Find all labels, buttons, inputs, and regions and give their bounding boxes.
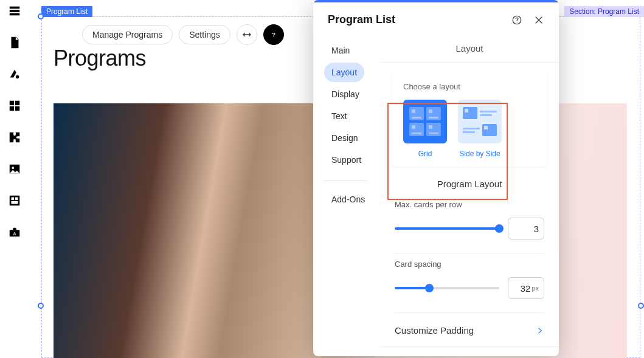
layout-option-side-by-side[interactable]: Side by Side (458, 100, 502, 158)
resize-handle-top-left[interactable] (38, 13, 44, 19)
editor-icon-sidebar: A (0, 0, 29, 358)
panel-close-icon[interactable] (533, 15, 544, 26)
card-spacing-control: Card spacing 32px (380, 253, 559, 299)
choose-layout-card: Choose a layout Grid (392, 72, 547, 167)
section-tag[interactable]: Section: Program List (564, 6, 644, 17)
choose-layout-label: Choose a layout (403, 82, 536, 91)
section-header-layout: Layout (380, 35, 559, 63)
panel-nav: Main Layout Display Text Design Support … (313, 35, 380, 354)
nav-design[interactable]: Design (324, 128, 365, 148)
svg-rect-11 (12, 198, 15, 201)
manage-programs-button[interactable]: Manage Programs (82, 25, 173, 44)
panel-content: Layout Choose a layout Grid (380, 35, 559, 354)
card-spacing-label: Card spacing (395, 260, 544, 269)
puzzle-icon[interactable] (7, 130, 22, 145)
card-spacing-slider[interactable] (395, 287, 499, 289)
panel-header: Program List (313, 2, 559, 35)
stretch-button[interactable] (237, 24, 257, 45)
svg-rect-10 (10, 196, 20, 206)
svg-rect-12 (15, 198, 18, 201)
svg-text:?: ? (272, 32, 275, 38)
svg-rect-5 (15, 101, 19, 105)
svg-rect-4 (10, 101, 14, 105)
sidebyside-thumbnail-icon (458, 100, 502, 143)
panel-help-icon[interactable] (511, 15, 522, 26)
nav-display[interactable]: Display (324, 84, 367, 104)
max-cards-label: Max. cards per row (395, 200, 544, 209)
max-cards-control: Max. cards per row 3 (380, 194, 559, 239)
section-header-image-layout: Image Layout (380, 346, 559, 354)
svg-point-9 (12, 167, 14, 169)
customize-padding-row[interactable]: Customize Padding (380, 313, 559, 346)
help-button[interactable]: ? (263, 24, 284, 45)
element-tag-program-list[interactable]: Program List (41, 6, 92, 17)
panel-title: Program List (328, 13, 395, 26)
max-cards-slider[interactable] (395, 227, 499, 230)
business-icon[interactable]: A (7, 225, 22, 239)
sections-icon[interactable] (7, 4, 22, 18)
apps-grid-icon[interactable] (7, 98, 22, 113)
svg-rect-2 (10, 13, 20, 16)
nav-divider (324, 181, 367, 181)
svg-point-18 (516, 22, 517, 22)
settings-button[interactable]: Settings (179, 25, 230, 44)
svg-point-3 (16, 75, 19, 78)
nav-main[interactable]: Main (324, 41, 357, 60)
resize-handle-left[interactable] (38, 303, 44, 309)
svg-rect-13 (12, 201, 18, 204)
svg-rect-6 (10, 106, 14, 111)
page-title: Programs (54, 46, 146, 71)
resize-handle-right[interactable] (638, 303, 644, 309)
editor-canvas: Program List Section: Program List Manag… (29, 0, 644, 358)
data-icon[interactable] (7, 193, 22, 208)
page-icon[interactable] (7, 35, 22, 50)
customize-padding-label: Customize Padding (395, 325, 474, 336)
nav-support[interactable]: Support (324, 150, 369, 170)
nav-text[interactable]: Text (324, 106, 355, 126)
nav-layout[interactable]: Layout (324, 63, 364, 82)
chevron-right-icon (536, 326, 544, 335)
svg-rect-1 (10, 10, 20, 12)
layout-option-grid-label: Grid (403, 150, 447, 158)
svg-rect-7 (15, 106, 19, 111)
layout-option-grid[interactable]: Grid (403, 100, 447, 158)
svg-rect-0 (10, 7, 20, 9)
grid-thumbnail-icon (403, 100, 447, 143)
section-header-program-layout: Program Layout (380, 167, 559, 194)
floating-toolbar: Manage Programs Settings ? (82, 24, 284, 45)
layout-option-sbs-label: Side by Side (458, 150, 502, 158)
card-spacing-input[interactable]: 32px (508, 277, 544, 299)
max-cards-input[interactable]: 3 (508, 218, 544, 239)
svg-text:A: A (13, 231, 16, 236)
nav-addons[interactable]: Add-Ons (324, 190, 372, 209)
image-icon[interactable] (7, 162, 22, 176)
settings-panel: Program List Main Layout Display Text De… (313, 0, 559, 356)
theme-icon[interactable] (7, 67, 22, 81)
